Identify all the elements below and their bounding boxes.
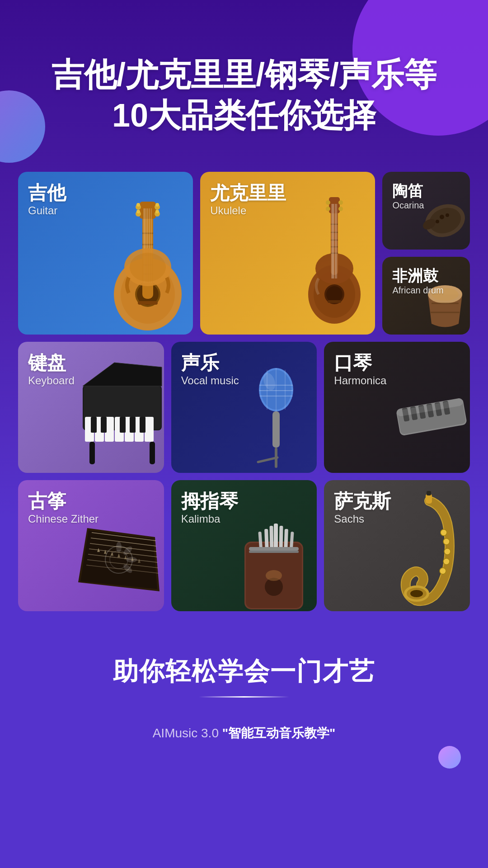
svg-point-131 [441,529,447,536]
svg-rect-120 [270,526,274,552]
svg-point-97 [116,542,122,552]
footer-brand-text: AIMusic 3.0 "智能互动音乐教学" [0,725,488,742]
sachs-art [389,487,470,611]
harmonica-label: 口琴 Harmonica [334,352,386,387]
svg-rect-72 [140,417,145,433]
svg-point-128 [404,585,429,602]
svg-rect-125 [290,532,294,552]
svg-point-29 [324,284,344,304]
instrument-row-2: 键盘 Keyboard [18,342,470,473]
instrument-card-kalimba[interactable]: 拇指琴 Kalimba [171,480,317,611]
ocarina-label: 陶笛 Ocarina [392,182,424,211]
svg-line-107 [86,565,159,573]
instruments-grid: 吉他 Guitar [0,163,488,627]
svg-point-52 [436,220,439,223]
svg-point-16 [136,210,140,213]
keyboard-label-zh: 键盘 [28,352,75,374]
svg-point-50 [440,215,444,219]
instrument-card-ukulele[interactable]: 尤克里里 Ukulele [200,172,375,335]
svg-rect-91 [427,403,434,418]
instrument-card-harmonica[interactable]: 口琴 Harmonica [324,342,470,473]
svg-point-98 [122,545,133,556]
guitar-art [89,179,193,335]
svg-point-75 [259,368,293,411]
footer-brand-highlight: "智能互动音乐教学" [222,726,336,740]
svg-point-17 [155,203,159,207]
svg-point-48 [421,199,470,243]
header-title: 吉他/尤克里里/钢琴/声乐等 10大品类任你选择 [27,54,461,136]
instrument-card-drum[interactable]: 非洲鼓 African drum [382,257,470,335]
svg-point-27 [308,265,361,324]
guitar-label-en: Guitar [28,204,66,217]
harmonica-label-zh: 口琴 [334,352,386,374]
ukulele-label: 尤克里里 Ukulele [210,182,286,217]
svg-point-14 [155,211,160,217]
svg-rect-83 [272,411,280,448]
svg-point-3 [137,283,159,305]
svg-point-31 [315,253,353,284]
instrument-card-guitar[interactable]: 吉他 Guitar [18,172,193,335]
vocal-label-en: Vocal music [181,374,239,387]
svg-rect-74 [150,442,155,464]
svg-rect-61 [85,417,94,442]
svg-marker-112 [124,555,127,559]
svg-line-101 [92,533,156,541]
svg-point-1 [121,265,175,324]
svg-point-76 [261,370,291,410]
svg-point-40 [326,207,330,211]
keyboard-art [74,358,164,473]
drum-label-en: African drum [392,285,443,296]
svg-point-100 [122,563,133,574]
instrument-card-ocarina[interactable]: 陶笛 Ocarina [382,172,470,250]
svg-point-24 [124,248,171,286]
svg-point-13 [155,204,160,210]
svg-point-2 [135,282,160,307]
ocarina-label-zh: 陶笛 [392,182,424,200]
zither-label: 古筝 Chinese Zither [28,490,99,525]
svg-rect-67 [145,417,154,442]
svg-point-25 [130,253,166,282]
svg-point-134 [443,558,450,565]
svg-rect-86 [396,397,467,436]
ocarina-label-en: Ocarina [392,200,424,211]
svg-rect-71 [130,417,136,433]
svg-rect-89 [410,406,418,420]
svg-rect-60 [84,386,161,429]
svg-rect-4 [142,215,153,299]
svg-marker-113 [131,557,134,561]
svg-rect-122 [279,526,283,552]
instrument-card-zither[interactable]: 古筝 Chinese Zither [18,480,164,611]
svg-rect-136 [426,494,432,504]
sachs-label-zh: 萨克斯 [334,490,391,513]
svg-marker-109 [104,550,107,554]
instrument-card-sachs[interactable]: 萨克斯 Sachs [324,480,470,611]
svg-point-0 [114,258,182,330]
svg-point-12 [136,211,141,217]
guitar-label-zh: 吉他 [28,182,66,204]
svg-rect-87 [397,399,466,435]
svg-rect-90 [418,405,426,419]
svg-rect-38 [329,197,340,213]
zither-label-en: Chinese Zither [28,513,99,525]
svg-point-95 [105,546,132,573]
svg-point-96 [110,551,128,569]
keyboard-label-en: Keyboard [28,374,75,387]
keyboard-label: 键盘 Keyboard [28,352,75,387]
instrument-card-keyboard[interactable]: 键盘 Keyboard [18,342,164,473]
svg-line-105 [88,554,158,562]
svg-point-15 [136,203,140,207]
svg-rect-137 [427,491,431,495]
footer-tagline: 助你轻松学会一门才艺 [27,655,461,689]
kalimba-label: 拇指琴 Kalimba [181,490,238,525]
svg-point-118 [266,570,282,581]
svg-point-42 [338,207,343,211]
col-small-stack-1: 陶笛 Ocarina 非洲鼓 [382,172,470,335]
svg-rect-47 [328,300,341,303]
svg-rect-26 [138,301,158,305]
svg-rect-127 [249,551,299,553]
svg-line-104 [89,549,157,557]
instrument-card-vocal[interactable]: 声乐 Vocal music [171,342,317,473]
svg-point-117 [265,578,283,596]
svg-line-103 [90,543,157,552]
svg-point-133 [444,548,450,555]
